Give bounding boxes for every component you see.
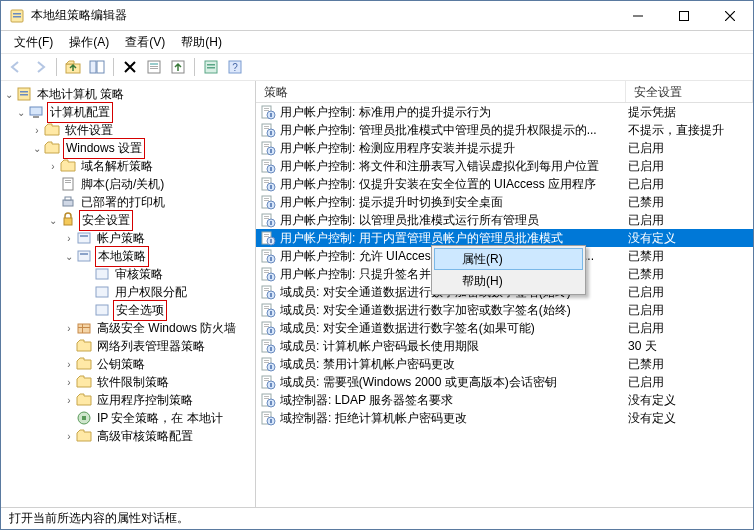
tree-app-control[interactable]: › 应用程序控制策略 bbox=[1, 391, 255, 409]
column-policy[interactable]: 策略 bbox=[256, 81, 626, 102]
policy-item-icon bbox=[260, 230, 276, 246]
svg-rect-34 bbox=[96, 305, 108, 315]
svg-rect-102 bbox=[264, 326, 269, 327]
list-row[interactable]: 域成员: 对安全通道数据进行数字加密或数字签名(始终)已启用 bbox=[256, 301, 753, 319]
minimize-button[interactable] bbox=[615, 1, 661, 30]
policy-name: 用户帐户控制: 管理员批准模式中管理员的提升权限提示的... bbox=[280, 122, 626, 139]
tree-label: 本地策略 bbox=[95, 246, 149, 267]
context-menu: 属性(R) 帮助(H) bbox=[431, 245, 586, 295]
policy-value: 已启用 bbox=[626, 212, 753, 229]
svg-rect-14 bbox=[207, 67, 215, 69]
policy-value: 已启用 bbox=[626, 302, 753, 319]
svg-rect-91 bbox=[264, 288, 269, 289]
svg-rect-47 bbox=[264, 128, 269, 129]
expand-icon[interactable]: › bbox=[63, 233, 75, 244]
expand-icon[interactable]: › bbox=[31, 125, 43, 136]
policy-name: 域成员: 禁用计算机帐户密码更改 bbox=[280, 356, 626, 373]
list-row[interactable]: 用户帐户控制: 仅提升安装在安全位置的 UIAccess 应用程序已启用 bbox=[256, 175, 753, 193]
tree-software-settings[interactable]: › 软件设置 bbox=[1, 121, 255, 139]
list-row[interactable]: 域成员: 需要强(Windows 2000 或更高版本)会话密钥已启用 bbox=[256, 373, 753, 391]
tree-label: 高级审核策略配置 bbox=[95, 427, 195, 446]
export-button[interactable] bbox=[167, 56, 189, 78]
expand-icon[interactable]: ⌄ bbox=[63, 251, 75, 262]
tree-advanced-fw[interactable]: › 高级安全 Windows 防火墙 bbox=[1, 319, 255, 337]
folder-icon bbox=[76, 356, 92, 372]
tree-public-key[interactable]: › 公钥策略 bbox=[1, 355, 255, 373]
expand-icon[interactable]: › bbox=[63, 395, 75, 406]
list-row[interactable]: 域控制器: LDAP 服务器签名要求没有定义 bbox=[256, 391, 753, 409]
svg-rect-8 bbox=[150, 63, 158, 65]
list-row[interactable]: 用户帐户控制: 标准用户的提升提示行为提示凭据 bbox=[256, 103, 753, 121]
policy-name: 域成员: 需要强(Windows 2000 或更高版本)会话密钥 bbox=[280, 374, 626, 391]
tree-root[interactable]: ⌄ 本地计算机 策略 bbox=[1, 85, 255, 103]
expand-icon[interactable]: › bbox=[63, 323, 75, 334]
delete-button[interactable] bbox=[119, 56, 141, 78]
svg-rect-13 bbox=[207, 64, 215, 66]
properties-button[interactable] bbox=[143, 56, 165, 78]
help-button[interactable]: ? bbox=[224, 56, 246, 78]
expand-icon[interactable]: › bbox=[47, 161, 59, 172]
list-row[interactable]: 用户帐户控制: 检测应用程序安装并提示提升已启用 bbox=[256, 139, 753, 157]
svg-rect-97 bbox=[264, 308, 269, 309]
expand-icon[interactable]: ⌄ bbox=[15, 107, 27, 118]
list-row[interactable]: 域成员: 禁用计算机帐户密码更改已禁用 bbox=[256, 355, 753, 373]
list-row[interactable]: 用户帐户控制: 将文件和注册表写入错误虚拟化到每用户位置已启用 bbox=[256, 157, 753, 175]
menu-help[interactable]: 帮助(H) bbox=[174, 32, 229, 53]
tree-local-policies[interactable]: ⌄ 本地策略 bbox=[1, 247, 255, 265]
tree-scripts[interactable]: 脚本(启动/关机) bbox=[1, 175, 255, 193]
svg-rect-116 bbox=[264, 378, 269, 379]
menu-action[interactable]: 操作(A) bbox=[62, 32, 116, 53]
tree-security-options[interactable]: 安全选项 bbox=[1, 301, 255, 319]
list-row[interactable]: 域成员: 对安全通道数据进行数字签名(如果可能)已启用 bbox=[256, 319, 753, 337]
tree-software-restrict[interactable]: › 软件限制策略 bbox=[1, 373, 255, 391]
list-body[interactable]: 用户帐户控制: 标准用户的提升提示行为提示凭据用户帐户控制: 管理员批准模式中管… bbox=[256, 103, 753, 507]
svg-text:?: ? bbox=[232, 62, 238, 73]
tree-security-settings[interactable]: ⌄ 安全设置 bbox=[1, 211, 255, 229]
list-pane: 策略 安全设置 用户帐户控制: 标准用户的提升提示行为提示凭据用户帐户控制: 管… bbox=[256, 81, 753, 507]
show-hide-button[interactable] bbox=[86, 56, 108, 78]
menu-view[interactable]: 查看(V) bbox=[118, 32, 172, 53]
policy-item-icon bbox=[260, 266, 276, 282]
list-row[interactable]: 用户帐户控制: 管理员批准模式中管理员的提升权限提示的...不提示，直接提升 bbox=[256, 121, 753, 139]
policy-item-icon bbox=[260, 122, 276, 138]
expand-icon[interactable]: › bbox=[63, 431, 75, 442]
tree-printers[interactable]: 已部署的打印机 bbox=[1, 193, 255, 211]
policy-folder-icon bbox=[76, 230, 92, 246]
column-setting[interactable]: 安全设置 bbox=[626, 81, 753, 102]
close-button[interactable] bbox=[707, 1, 753, 30]
tree-user-rights[interactable]: 用户权限分配 bbox=[1, 283, 255, 301]
expand-icon[interactable]: ⌄ bbox=[31, 143, 43, 154]
tree-advanced-audit[interactable]: › 高级审核策略配置 bbox=[1, 427, 255, 445]
maximize-button[interactable] bbox=[661, 1, 707, 30]
list-row[interactable]: 域控制器: 拒绝计算机帐户密码更改没有定义 bbox=[256, 409, 753, 427]
context-menu-properties[interactable]: 属性(R) bbox=[434, 248, 583, 270]
toolbar-sep bbox=[113, 58, 114, 76]
policy-item-icon bbox=[260, 284, 276, 300]
list-row[interactable]: 用户帐户控制: 提示提升时切换到安全桌面已禁用 bbox=[256, 193, 753, 211]
svg-rect-69 bbox=[270, 203, 272, 207]
expand-icon[interactable]: ⌄ bbox=[3, 89, 15, 100]
svg-rect-89 bbox=[270, 275, 272, 279]
tree-computer-config[interactable]: ⌄ 计算机配置 bbox=[1, 103, 255, 121]
policy-name: 域控制器: 拒绝计算机帐户密码更改 bbox=[280, 410, 626, 427]
tree-account-policies[interactable]: › 帐户策略 bbox=[1, 229, 255, 247]
policy-folder-icon bbox=[76, 248, 92, 264]
expand-icon[interactable]: ⌄ bbox=[47, 215, 59, 226]
tree-windows-settings[interactable]: ⌄ Windows 设置 bbox=[1, 139, 255, 157]
refresh-button[interactable] bbox=[200, 56, 222, 78]
context-menu-help[interactable]: 帮助(H) bbox=[434, 270, 583, 292]
menu-file[interactable]: 文件(F) bbox=[7, 32, 60, 53]
list-row[interactable]: 域成员: 计算机帐户密码最长使用期限30 天 bbox=[256, 337, 753, 355]
back-button[interactable] bbox=[5, 56, 27, 78]
forward-button[interactable] bbox=[29, 56, 51, 78]
list-row[interactable]: 用户帐户控制: 以管理员批准模式运行所有管理员已启用 bbox=[256, 211, 753, 229]
tree-network-list[interactable]: 网络列表管理器策略 bbox=[1, 337, 255, 355]
tree-label: 网络列表管理器策略 bbox=[95, 337, 207, 356]
expand-icon[interactable]: › bbox=[63, 377, 75, 388]
tree-audit-policy[interactable]: 审核策略 bbox=[1, 265, 255, 283]
expand-icon[interactable]: › bbox=[63, 359, 75, 370]
tree-dns-policy[interactable]: › 域名解析策略 bbox=[1, 157, 255, 175]
tree-pane[interactable]: ⌄ 本地计算机 策略 ⌄ 计算机配置 › 软件设置 ⌄ Windows 设置 › bbox=[1, 81, 256, 507]
tree-ip-sec[interactable]: IP 安全策略，在 本地计 bbox=[1, 409, 255, 427]
up-button[interactable] bbox=[62, 56, 84, 78]
